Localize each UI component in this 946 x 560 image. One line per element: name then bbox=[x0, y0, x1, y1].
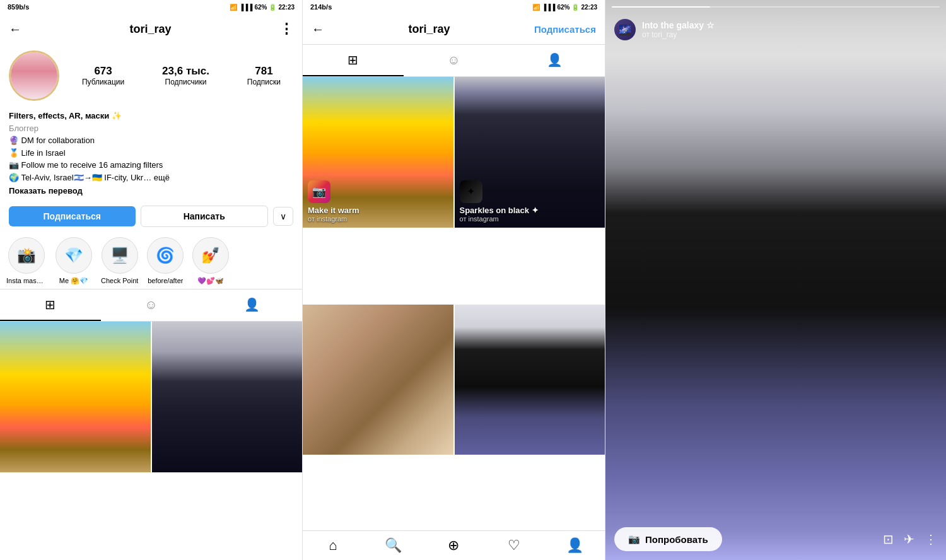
bio-line-2: Блоггер bbox=[9, 122, 293, 135]
grid-icon-1: ⊞ bbox=[45, 297, 55, 312]
heart-icon-2: ♡ bbox=[508, 537, 520, 554]
nav-search-2[interactable]: 🔍 bbox=[363, 537, 424, 554]
reel-sparkles-on-black[interactable]: ✦ Sparkles on black ✦ от instagram bbox=[455, 77, 605, 228]
bottom-nav-2: ⌂ 🔍 ⊕ ♡ 👤 bbox=[303, 530, 605, 560]
tab-reels-1[interactable]: ☺ bbox=[101, 289, 202, 321]
nav-home-2[interactable]: ⌂ bbox=[303, 537, 363, 554]
avatar[interactable] bbox=[9, 50, 59, 101]
reel-from-make-it-warm: от instagram bbox=[308, 215, 359, 223]
tab-tagged-2[interactable]: 👤 bbox=[504, 45, 605, 76]
repost-icon[interactable]: ⊡ bbox=[883, 532, 894, 547]
signal-icon-2: ▐▐▐ bbox=[542, 4, 555, 11]
tabs-bar-1: ⊞ ☺ 👤 bbox=[0, 289, 302, 322]
stat-followers[interactable]: 23,6 тыс. Подписчики bbox=[162, 65, 209, 86]
tab-grid-2[interactable]: ⊞ bbox=[303, 45, 404, 76]
camera-icon-try: 📷 bbox=[628, 534, 640, 545]
subscribe-button[interactable]: Подписаться bbox=[9, 206, 136, 226]
action-buttons: Подписаться Написать ∨ bbox=[0, 199, 302, 233]
tab-grid-1[interactable]: ⊞ bbox=[0, 289, 101, 321]
message-button[interactable]: Написать bbox=[141, 206, 269, 227]
time-1: 22:23 bbox=[278, 4, 295, 11]
reel-label-sparkles-on-black: ✦ Sparkles on black ✦ от instagram bbox=[460, 180, 539, 223]
reel-title-sparkles-on-black: Sparkles on black ✦ bbox=[460, 206, 539, 215]
story-header: 🌌 Into the galaxy ☆ от tori_ray bbox=[605, 13, 946, 47]
story-progress-fill bbox=[612, 6, 710, 8]
highlight-circle-before-after: 🌀 bbox=[147, 237, 184, 274]
stat-following[interactable]: 781 Подписки bbox=[247, 65, 281, 86]
nav-profile-2[interactable]: 👤 bbox=[544, 537, 605, 554]
story-background: 🌌 Into the galaxy ☆ от tori_ray 📷 Попроб… bbox=[605, 0, 946, 560]
highlight-before-after[interactable]: 🌀 before/after bbox=[147, 237, 184, 285]
highlight-me[interactable]: 💎 Me 🤗💎 bbox=[55, 237, 92, 285]
show-translation[interactable]: Показать перевод bbox=[9, 186, 293, 195]
highlight-label-me: Me 🤗💎 bbox=[59, 277, 88, 285]
dropdown-button[interactable]: ∨ bbox=[273, 207, 293, 226]
status-bar-1: 859b/s 📶 ▐▐▐ 62% 🔋 22:23 bbox=[0, 0, 302, 14]
signal-icon-1: ▐▐▐ bbox=[239, 4, 252, 11]
bio-line-3: 🔮 DM for collaboration bbox=[9, 134, 293, 147]
status-icons-2: 📶 ▐▐▐ 62% 🔋 22:23 bbox=[532, 4, 597, 11]
highlight-circle-check-point: 🖥️ bbox=[102, 237, 138, 274]
highlight-label-before-after: before/after bbox=[148, 277, 183, 284]
subscribe-button-2[interactable]: Подписаться bbox=[534, 24, 596, 35]
more-button-1[interactable]: ⋮ bbox=[279, 21, 293, 37]
photo-grid-1 bbox=[0, 322, 302, 560]
highlight-circle-hearts: 💅 bbox=[192, 237, 229, 274]
try-button[interactable]: 📷 Попробовать bbox=[614, 527, 722, 551]
bio-section: Filters, effects, AR, маски ✨ Блоггер 🔮 … bbox=[0, 107, 302, 199]
highlight-insta-masks[interactable]: 📸 Insta masks ... bbox=[6, 237, 47, 285]
highlight-label-check-point: Check Point bbox=[101, 277, 138, 284]
try-label: Попробовать bbox=[645, 534, 708, 545]
nav-add-2[interactable]: ⊕ bbox=[424, 537, 484, 554]
search-icon-2: 🔍 bbox=[385, 537, 402, 554]
grid-icon-2: ⊞ bbox=[347, 52, 358, 67]
highlight-check-point[interactable]: 🖥️ Check Point bbox=[101, 237, 138, 285]
username-2: tori_ray bbox=[408, 23, 450, 36]
posts-label: Публикации bbox=[82, 78, 124, 86]
following-count: 781 bbox=[255, 65, 272, 78]
highlight-hearts[interactable]: 💅 💜💕🦋 bbox=[192, 237, 229, 285]
grid-cell-sunset[interactable] bbox=[0, 322, 151, 472]
tab-tagged-1[interactable]: 👤 bbox=[201, 289, 302, 321]
grid-cell-mirror[interactable] bbox=[455, 305, 605, 455]
stat-posts[interactable]: 673 Публикации bbox=[82, 65, 124, 86]
more-icon-story[interactable]: ⋮ bbox=[925, 532, 937, 547]
panel-profile: 859b/s 📶 ▐▐▐ 62% 🔋 22:23 ← tori_ray ⋮ 67… bbox=[0, 0, 303, 560]
bio-line-6: 🌍 Tel-Aviv, Israel🇮🇱→🇺🇦 IF-city, Ukr… ещ… bbox=[9, 172, 293, 184]
followers-count: 23,6 тыс. bbox=[162, 65, 209, 78]
reel-make-it-warm[interactable]: 📷 Make it warm от instagram bbox=[303, 77, 453, 228]
profile-header: 673 Публикации 23,6 тыс. Подписчики 781 … bbox=[0, 44, 302, 107]
battery-2: 62% bbox=[557, 4, 569, 11]
grid-cell-shelf[interactable] bbox=[303, 305, 453, 455]
wifi-icon-1: 📶 bbox=[230, 4, 237, 11]
tagged-icon-1: 👤 bbox=[244, 297, 260, 312]
panel-grid: 214b/s 📶 ▐▐▐ 62% 🔋 22:23 ← tori_ray Подп… bbox=[303, 0, 605, 560]
story-actions: ⊡ ✈ ⋮ bbox=[883, 532, 937, 547]
network-speed-1: 859b/s bbox=[8, 3, 29, 11]
send-icon[interactable]: ✈ bbox=[904, 532, 914, 547]
nav-heart-2[interactable]: ♡ bbox=[484, 537, 544, 554]
reel-icon-sparkles: ✦ bbox=[460, 180, 482, 203]
story-avatar[interactable]: 🌌 bbox=[614, 19, 636, 40]
tabs-bar-2: ⊞ ☺ 👤 bbox=[303, 44, 605, 77]
tab-reels-2[interactable]: ☺ bbox=[404, 45, 505, 76]
back-button-2[interactable]: ← bbox=[312, 22, 324, 37]
grid-cell-dark-store[interactable] bbox=[152, 322, 303, 472]
battery-icon-1: 🔋 bbox=[269, 4, 276, 11]
tagged-icon-2: 👤 bbox=[547, 52, 563, 67]
following-label: Подписки bbox=[247, 78, 281, 86]
status-icons-1: 📶 ▐▐▐ 62% 🔋 22:23 bbox=[230, 4, 295, 11]
story-footer: 📷 Попробовать ⊡ ✈ ⋮ bbox=[605, 518, 946, 560]
back-button-1[interactable]: ← bbox=[9, 22, 21, 37]
story-title: Into the galaxy ☆ bbox=[642, 20, 937, 30]
stats-row: 673 Публикации 23,6 тыс. Подписчики 781 … bbox=[69, 65, 293, 86]
battery-1: 62% bbox=[254, 4, 267, 11]
home-icon-2: ⌂ bbox=[329, 537, 337, 554]
nav-bar-2: ← tori_ray Подписаться bbox=[303, 14, 605, 44]
avatar-image bbox=[11, 52, 57, 99]
reels-icon-2: ☺ bbox=[447, 53, 460, 67]
story-subtitle: от tori_ray bbox=[642, 30, 937, 39]
time-2: 22:23 bbox=[581, 4, 597, 11]
story-image-bg bbox=[605, 0, 946, 560]
highlight-label-insta-masks: Insta masks ... bbox=[6, 277, 47, 284]
